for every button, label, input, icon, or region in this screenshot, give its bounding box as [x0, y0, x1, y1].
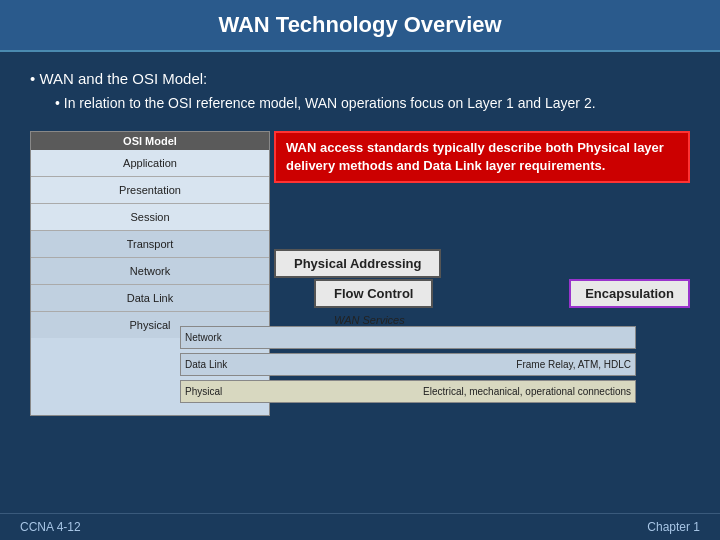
diagram-area: OSI Model Application Presentation Sessi…: [30, 131, 690, 416]
network-row: Network: [180, 326, 636, 349]
flow-control-box: Flow Control: [314, 279, 433, 308]
osi-row-datalink: Data Link: [31, 285, 269, 312]
slide: WAN Technology Overview • WAN and the OS…: [0, 0, 720, 540]
osi-layer-transport: Transport: [31, 231, 269, 257]
physical-addressing-box: Physical Addressing: [274, 249, 441, 278]
network-row-text: Network: [185, 332, 222, 343]
footer-left: CCNA 4-12: [20, 520, 81, 534]
physical-label-text: Physical: [185, 386, 222, 397]
osi-layer-network: Network: [31, 258, 269, 284]
osi-row-application: Application: [31, 150, 269, 177]
physical-row: Physical Electrical, mechanical, operati…: [180, 380, 636, 403]
osi-table-header: OSI Model: [31, 132, 269, 150]
right-panel: WAN access standards typically describe …: [274, 131, 690, 416]
footer: CCNA 4-12 Chapter 1: [0, 513, 720, 540]
osi-row-transport: Transport: [31, 231, 269, 258]
encapsulation-box: Encapsulation: [569, 279, 690, 308]
main-bullet: • WAN and the OSI Model:: [30, 70, 690, 87]
wan-standards-box: WAN access standards typically describe …: [274, 131, 690, 183]
osi-layer-session: Session: [31, 204, 269, 230]
wan-box-text: WAN access standards typically describe …: [286, 140, 664, 173]
slide-title: WAN Technology Overview: [0, 0, 720, 52]
osi-layer-presentation: Presentation: [31, 177, 269, 203]
footer-right: Chapter 1: [647, 520, 700, 534]
flow-control-label: Flow Control: [334, 286, 413, 301]
encapsulation-label: Encapsulation: [585, 286, 674, 301]
osi-row-session: Session: [31, 204, 269, 231]
osi-header-text: OSI Model: [123, 135, 177, 147]
sub-bullet-text: In relation to the OSI reference model, …: [64, 95, 596, 111]
osi-row-network: Network: [31, 258, 269, 285]
sub-bullet: • In relation to the OSI reference model…: [55, 95, 690, 111]
datalink-row: Data Link Frame Relay, ATM, HDLC: [180, 353, 636, 376]
wan-services-text: WAN Services: [334, 314, 405, 326]
osi-row-presentation: Presentation: [31, 177, 269, 204]
physical-addressing-label: Physical Addressing: [294, 256, 421, 271]
main-bullet-text: WAN and the OSI Model:: [39, 70, 207, 87]
data-link-detail-text: Frame Relay, ATM, HDLC: [516, 359, 631, 370]
osi-layer-datalink: Data Link: [31, 285, 269, 311]
physical-detail-text: Electrical, mechanical, operational conn…: [423, 386, 631, 397]
title-text: WAN Technology Overview: [218, 12, 501, 37]
osi-layer-application: Application: [31, 150, 269, 176]
slide-content: • WAN and the OSI Model: • In relation t…: [0, 52, 720, 513]
data-link-label-text: Data Link: [185, 359, 227, 370]
wan-services-label: WAN Services: [334, 314, 405, 326]
